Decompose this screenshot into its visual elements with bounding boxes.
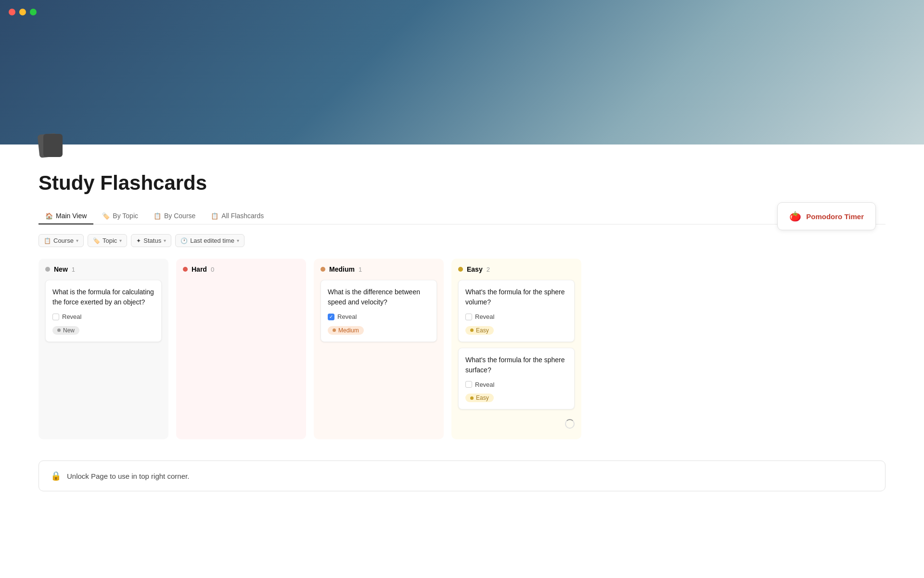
main-view-icon: 🏠 <box>45 212 53 220</box>
reveal-label-easy-1: Reveal <box>475 313 494 320</box>
reveal-label-medium-1: Reveal <box>337 313 357 320</box>
medium-status-dot <box>321 267 325 272</box>
card-medium-1-badge: Medium <box>328 326 364 335</box>
medium-col-label: Medium <box>329 265 355 273</box>
last-edited-filter-icon: 🕐 <box>180 237 188 244</box>
filter-bar: 📋 Course ▾ 🏷️ Topic ▾ ✦ Status ▾ 🕐 Last … <box>38 234 886 247</box>
pomodoro-widget[interactable]: 🍅 Pomodoro Timer <box>777 202 876 230</box>
card-new-1-checkbox[interactable] <box>52 314 59 320</box>
by-topic-icon: 🏷️ <box>102 212 110 220</box>
by-course-icon: 📋 <box>154 212 161 220</box>
card-medium-1-checkbox[interactable]: ✓ <box>328 314 334 320</box>
card-easy-2-reveal[interactable]: Reveal <box>465 381 567 388</box>
card-easy-2: What's the formula for the sphere surfac… <box>458 348 575 410</box>
easy-col-label: Easy <box>467 265 483 273</box>
card-easy-2-badge-dot <box>470 396 474 400</box>
last-edited-filter-label: Last edited time <box>190 237 234 244</box>
close-button[interactable] <box>9 9 15 15</box>
traffic-lights <box>9 9 37 15</box>
new-status-dot <box>45 267 50 272</box>
tab-by-course-label: By Course <box>164 212 195 220</box>
column-new: New 1 What is the formula for calculatin… <box>38 259 168 439</box>
course-chevron-icon: ▾ <box>76 238 78 243</box>
reveal-label-new-1: Reveal <box>62 313 81 320</box>
card-new-1-question: What is the formula for calculating the … <box>52 287 154 307</box>
course-filter[interactable]: 📋 Course ▾ <box>38 234 84 247</box>
column-hard: Hard 0 <box>176 259 306 439</box>
maximize-button[interactable] <box>30 9 37 15</box>
tomato-icon: 🍅 <box>789 210 801 222</box>
tab-main-view-label: Main View <box>56 212 87 220</box>
status-filter[interactable]: ✦ Status ▾ <box>131 234 171 247</box>
card-new-1-badge-label: New <box>63 327 75 334</box>
column-medium-header: Medium 1 <box>321 265 437 273</box>
unlock-banner: 🔒 Unlock Page to use in top right corner… <box>38 460 886 491</box>
hero-banner <box>0 0 924 144</box>
unlock-text: Unlock Page to use in top right corner. <box>67 472 189 480</box>
page-icon <box>38 134 886 164</box>
tab-all-flashcards-label: All Flashcards <box>221 212 264 220</box>
card-easy-1-checkbox[interactable] <box>465 314 472 320</box>
hard-col-label: Hard <box>192 265 207 273</box>
column-easy: Easy 2 What's the formula for the sphere… <box>451 259 581 439</box>
flashcard-icon-front <box>43 134 63 157</box>
card-easy-2-badge-label: Easy <box>476 394 489 401</box>
page-title: Study Flashcards <box>38 171 886 195</box>
minimize-button[interactable] <box>19 9 26 15</box>
status-filter-icon: ✦ <box>136 237 141 244</box>
last-edited-chevron-icon: ▾ <box>237 238 239 243</box>
course-filter-icon: 📋 <box>44 237 51 244</box>
card-new-1: What is the formula for calculating the … <box>45 280 162 342</box>
easy-col-count: 2 <box>487 266 490 273</box>
topic-filter[interactable]: 🏷️ Topic ▾ <box>88 234 127 247</box>
reveal-label-easy-2: Reveal <box>475 381 494 388</box>
card-medium-1-badge-dot <box>333 328 336 332</box>
tab-by-course[interactable]: 📋 By Course <box>147 208 202 224</box>
card-new-1-badge: New <box>52 326 79 335</box>
loading-spinner <box>565 419 575 429</box>
page-content: Study Flashcards 🏠 Main View 🏷️ By Topic… <box>0 134 924 520</box>
hard-col-count: 0 <box>211 266 214 273</box>
loading-area <box>458 415 575 433</box>
column-hard-header: Hard 0 <box>183 265 299 273</box>
new-col-count: 1 <box>72 266 75 273</box>
course-filter-label: Course <box>53 237 74 244</box>
card-easy-2-question: What's the formula for the sphere surfac… <box>465 355 567 375</box>
pomodoro-label: Pomodoro Timer <box>806 212 864 221</box>
card-medium-1-question: What is the difference between speed and… <box>328 287 430 307</box>
card-medium-1-reveal[interactable]: ✓ Reveal <box>328 313 430 320</box>
column-medium: Medium 1 What is the difference between … <box>314 259 444 439</box>
tab-all-flashcards[interactable]: 📋 All Flashcards <box>204 208 270 224</box>
status-chevron-icon: ▾ <box>164 238 166 243</box>
tab-main-view[interactable]: 🏠 Main View <box>38 208 93 224</box>
card-easy-1: What's the formula for the sphere volume… <box>458 280 575 342</box>
card-easy-1-reveal[interactable]: Reveal <box>465 313 567 320</box>
card-medium-1: What is the difference between speed and… <box>321 280 437 342</box>
nav-tabs: 🏠 Main View 🏷️ By Topic 📋 By Course 📋 Al… <box>38 208 886 224</box>
lock-icon: 🔒 <box>51 471 61 481</box>
card-medium-1-badge-label: Medium <box>338 327 359 334</box>
hard-status-dot <box>183 267 188 272</box>
column-new-header: New 1 <box>45 265 162 273</box>
easy-status-dot <box>458 267 463 272</box>
kanban-board: New 1 What is the formula for calculatin… <box>38 259 886 449</box>
card-new-1-badge-dot <box>57 328 61 332</box>
card-easy-1-badge: Easy <box>465 326 494 335</box>
card-easy-1-badge-dot <box>470 328 474 332</box>
card-easy-1-question: What's the formula for the sphere volume… <box>465 287 567 307</box>
topic-chevron-icon: ▾ <box>119 238 122 243</box>
card-new-1-reveal[interactable]: Reveal <box>52 313 154 320</box>
medium-col-count: 1 <box>359 266 362 273</box>
card-easy-2-badge: Easy <box>465 394 494 402</box>
last-edited-filter[interactable]: 🕐 Last edited time ▾ <box>175 234 244 247</box>
all-flashcards-icon: 📋 <box>211 212 218 220</box>
tab-by-topic-label: By Topic <box>113 212 138 220</box>
topic-filter-icon: 🏷️ <box>93 237 100 244</box>
topic-filter-label: Topic <box>103 237 117 244</box>
card-easy-1-badge-label: Easy <box>476 327 489 334</box>
tab-by-topic[interactable]: 🏷️ By Topic <box>95 208 145 224</box>
card-easy-2-checkbox[interactable] <box>465 381 472 388</box>
new-col-label: New <box>54 265 68 273</box>
column-easy-header: Easy 2 <box>458 265 575 273</box>
status-filter-label: Status <box>143 237 161 244</box>
